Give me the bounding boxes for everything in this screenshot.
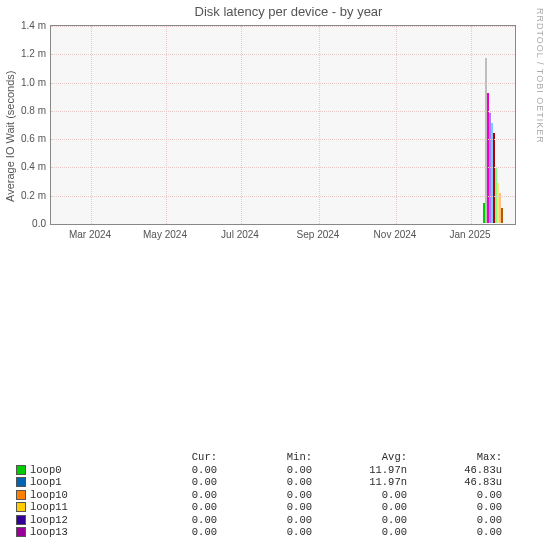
xtick-label: Jan 2025 [449, 229, 490, 240]
device-name: loop11 [30, 501, 122, 514]
legend: Cur: Min: Avg: Max: loop00.000.0011.97n4… [16, 451, 547, 539]
avg-value: 11.97n [312, 476, 407, 489]
device-name: loop10 [30, 489, 122, 502]
avg-value: 0.00 [312, 514, 407, 527]
gridline-h [51, 167, 515, 168]
min-value: 0.00 [217, 464, 312, 477]
max-value: 0.00 [407, 514, 502, 527]
header-avg: Avg: [312, 451, 407, 464]
avg-value: 0.00 [312, 526, 407, 539]
gridline-v [319, 26, 320, 224]
legend-swatch [16, 477, 26, 487]
legend-swatch [16, 527, 26, 537]
cur-value: 0.00 [122, 514, 217, 527]
max-value: 46.83u [407, 476, 502, 489]
header-cur: Cur: [122, 451, 217, 464]
max-value: 0.00 [407, 489, 502, 502]
ytick-label: 1.0 m [21, 76, 46, 87]
legend-row: loop100.000.000.000.00 [16, 489, 547, 502]
xtick-label: Nov 2024 [374, 229, 417, 240]
plot-area [50, 25, 516, 225]
legend-row: loop130.000.000.000.00 [16, 526, 547, 539]
ytick-label: 0.4 m [21, 161, 46, 172]
cur-value: 0.00 [122, 476, 217, 489]
gridline-h [51, 196, 515, 197]
avg-value: 11.97n [312, 464, 407, 477]
gridline-h [51, 83, 515, 84]
avg-value: 0.00 [312, 501, 407, 514]
gridline-h [51, 111, 515, 112]
gridline-v [91, 26, 92, 224]
gridline-h [51, 139, 515, 140]
max-value: 0.00 [407, 526, 502, 539]
device-name: loop0 [30, 464, 122, 477]
avg-value: 0.00 [312, 489, 407, 502]
legend-row: loop120.000.000.000.00 [16, 514, 547, 527]
chart-title: Disk latency per device - by year [30, 0, 547, 19]
ytick-label: 0.0 [32, 218, 46, 229]
cur-value: 0.00 [122, 526, 217, 539]
min-value: 0.00 [217, 501, 312, 514]
max-value: 0.00 [407, 501, 502, 514]
legend-swatch [16, 502, 26, 512]
gridline-h [51, 26, 515, 27]
xtick-label: Sep 2024 [297, 229, 340, 240]
min-value: 0.00 [217, 476, 312, 489]
chart-area: 0.00.2 m0.4 m0.6 m0.8 m1.0 m1.2 m1.4 mMa… [50, 25, 516, 225]
gridline-v [396, 26, 397, 224]
min-value: 0.00 [217, 526, 312, 539]
gridline-v [471, 26, 472, 224]
device-name: loop13 [30, 526, 122, 539]
min-value: 0.00 [217, 489, 312, 502]
header-max: Max: [407, 451, 502, 464]
legend-row: loop00.000.0011.97n46.83u [16, 464, 547, 477]
ytick-label: 0.8 m [21, 104, 46, 115]
ytick-label: 0.2 m [21, 189, 46, 200]
ytick-label: 1.2 m [21, 48, 46, 59]
xtick-label: Jul 2024 [221, 229, 259, 240]
device-name: loop12 [30, 514, 122, 527]
cur-value: 0.00 [122, 489, 217, 502]
header-min: Min: [217, 451, 312, 464]
gridline-v [166, 26, 167, 224]
gridline-h [51, 54, 515, 55]
rrdtool-watermark: RRDTOOL / TOBI OETIKER [535, 8, 545, 144]
max-value: 46.83u [407, 464, 502, 477]
legend-swatch [16, 515, 26, 525]
xtick-label: May 2024 [143, 229, 187, 240]
cur-value: 0.00 [122, 501, 217, 514]
legend-row: loop110.000.000.000.00 [16, 501, 547, 514]
legend-header: Cur: Min: Avg: Max: [16, 451, 547, 464]
legend-swatch [16, 490, 26, 500]
gridline-v [241, 26, 242, 224]
ytick-label: 1.4 m [21, 20, 46, 31]
cur-value: 0.00 [122, 464, 217, 477]
xtick-label: Mar 2024 [69, 229, 111, 240]
min-value: 0.00 [217, 514, 312, 527]
ytick-label: 0.6 m [21, 133, 46, 144]
device-name: loop1 [30, 476, 122, 489]
y-axis-label: Average IO Wait (seconds) [4, 36, 16, 236]
legend-swatch [16, 465, 26, 475]
data-spikes [483, 32, 509, 223]
legend-row: loop10.000.0011.97n46.83u [16, 476, 547, 489]
